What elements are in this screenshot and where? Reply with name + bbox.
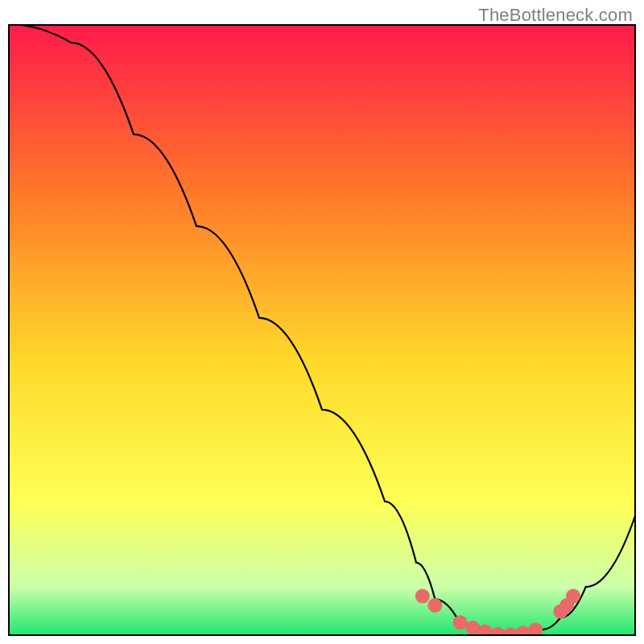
chart-frame bbox=[8, 24, 636, 636]
attribution-text: TheBottleneck.com bbox=[478, 5, 633, 26]
